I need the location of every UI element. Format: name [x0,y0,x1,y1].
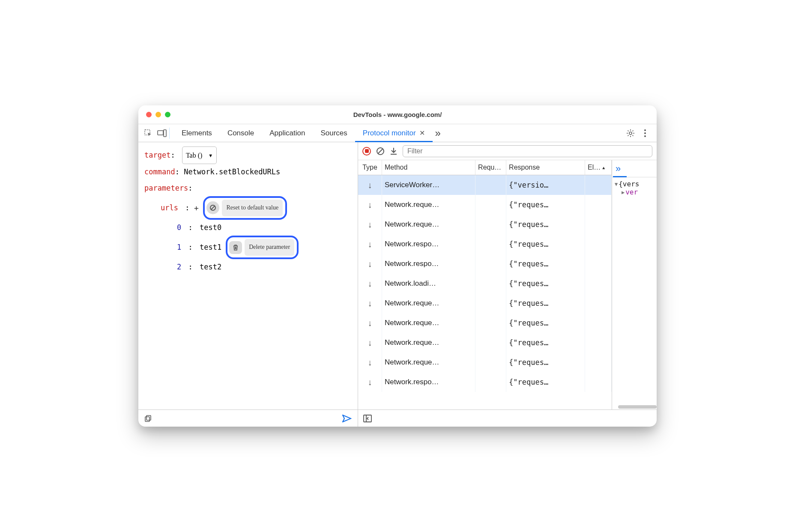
record-button[interactable] [362,147,371,155]
cell-elapsed [585,195,612,215]
gear-icon[interactable] [625,128,636,139]
command-editor-pane: target: Tab () ▼ command: Network.setBlo… [138,142,358,427]
arrow-down-icon: ↓ [358,274,382,293]
filter-input[interactable] [403,145,652,157]
toggle-drawer-icon[interactable] [363,415,372,422]
table-row[interactable]: ↓Network.loadi…{"reques… [358,274,612,293]
svg-rect-10 [146,415,151,420]
clear-icon[interactable] [376,147,385,155]
arrow-down-icon: ↓ [358,353,382,372]
urls-item-2[interactable]: 2 : test2 [144,259,352,275]
reset-icon[interactable] [206,201,219,214]
arrow-down-icon: ↓ [358,175,382,195]
arrow-down-icon: ↓ [358,215,382,234]
header-elapsed[interactable]: El…▲ [585,160,612,175]
svg-line-12 [378,149,383,154]
svg-rect-2 [164,130,166,137]
cell-response: {"reques… [506,372,585,392]
command-value: Network.setBlockedURLs [184,167,280,176]
table-row[interactable]: ↓Network.reque…{"reques… [358,333,612,353]
header-type[interactable]: Type [358,160,382,175]
close-icon[interactable]: ✕ [419,129,425,137]
main-content: target: Tab () ▼ command: Network.setBlo… [138,142,657,427]
cell-response: {"versio… [506,175,585,195]
svg-point-6 [644,135,646,137]
cell-request [475,333,506,353]
cell-elapsed [585,353,612,372]
panel-tabs: Elements Console Application Sources Pro… [174,124,622,142]
chevron-down-icon: ▼ [208,150,213,161]
more-detail-tabs-icon[interactable]: » [616,163,621,174]
cell-method: Network.reque… [382,333,475,353]
response-tree[interactable]: ▼{vers ▶ver [612,177,657,409]
table-row[interactable]: ↓Network.respo…{"reques… [358,372,612,392]
send-icon[interactable] [342,415,352,422]
cell-method: Network.reque… [382,353,475,372]
urls-item-0[interactable]: 0 : test0 [144,220,352,236]
cell-method: ServiceWorker… [382,175,475,195]
arrow-down-icon: ↓ [358,195,382,215]
detail-toolbar: » [612,160,657,177]
cell-request [475,372,506,392]
arrow-down-icon: ↓ [358,254,382,274]
table-row[interactable]: ↓Network.reque…{"reques… [358,215,612,234]
download-icon[interactable] [390,147,398,155]
cell-request [475,353,506,372]
cell-elapsed [585,215,612,234]
parameters-label: parameters [144,184,188,192]
more-tabs-icon[interactable]: » [433,127,443,139]
tab-protocol-monitor[interactable]: Protocol monitor ✕ [355,124,433,142]
svg-point-3 [629,132,632,134]
cell-elapsed [585,254,612,274]
monitor-pane: Type Method Requ… Response El…▲ ↓Service… [358,142,657,427]
monitor-footer [358,409,657,427]
detail-pane: » ▼{vers ▶ver [612,160,657,409]
tab-console[interactable]: Console [220,124,262,142]
urls-item-1[interactable]: 1 : test1 Delete parameter [144,236,352,259]
tab-application[interactable]: Application [262,124,313,142]
arrow-down-icon: ↓ [358,313,382,333]
cell-response: {"reques… [506,274,585,293]
cell-response: {"reques… [506,195,585,215]
cell-request [475,313,506,333]
devtools-window: DevTools - www.google.com/ Elements Cons… [138,105,657,427]
editor-footer [138,409,358,427]
inspect-element-icon[interactable] [143,128,154,139]
reset-tooltip: Reset to default value [222,200,283,216]
arrow-down-icon: ↓ [358,293,382,313]
table-row[interactable]: ↓Network.respo…{"reques… [358,234,612,254]
cell-elapsed [585,333,612,353]
cell-response: {"reques… [506,215,585,234]
target-select[interactable]: Tab () ▼ [182,146,217,164]
table-row[interactable]: ↓Network.reque…{"reques… [358,353,612,372]
cell-method: Network.reque… [382,215,475,234]
devtools-toolbar: Elements Console Application Sources Pro… [138,124,657,142]
arrow-down-icon: ↓ [358,372,382,392]
cell-request [475,293,506,313]
svg-point-5 [644,132,646,134]
table-row[interactable]: ↓Network.respo…{"reques… [358,254,612,274]
cell-request [475,254,506,274]
kebab-menu-icon[interactable] [640,128,651,139]
table-row[interactable]: ↓Network.reque…{"reques… [358,313,612,333]
table-row[interactable]: ↓ServiceWorker…{"versio… [358,175,612,195]
tab-sources[interactable]: Sources [313,124,355,142]
arrow-down-icon: ↓ [358,234,382,254]
table-row[interactable]: ↓Network.reque…{"reques… [358,293,612,313]
device-toolbar-icon[interactable] [156,128,167,139]
header-method[interactable]: Method [382,160,475,175]
copy-icon[interactable] [144,415,152,422]
cell-elapsed [585,313,612,333]
horizontal-scrollbar[interactable] [618,405,657,409]
cell-elapsed [585,175,612,195]
target-label: target [144,151,170,159]
tab-elements[interactable]: Elements [174,124,220,142]
table-body: ↓ServiceWorker…{"versio…↓Network.reque…{… [358,175,612,409]
delete-icon[interactable] [229,241,242,254]
cell-response: {"reques… [506,333,585,353]
header-response[interactable]: Response [506,160,585,175]
table-row[interactable]: ↓Network.reque…{"reques… [358,195,612,215]
header-request[interactable]: Requ… [475,160,506,175]
table-header: Type Method Requ… Response El…▲ [358,160,612,175]
add-item-icon[interactable]: + [192,200,200,217]
